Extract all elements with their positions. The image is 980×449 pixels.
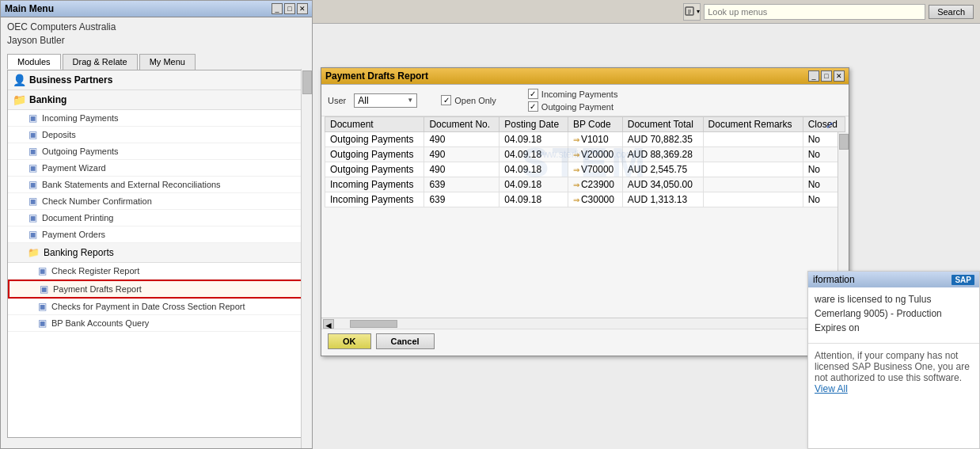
top-search-bar: ▾ Search <box>313 0 980 24</box>
col-header-closed: Closed <box>803 117 845 132</box>
table-row: Outgoing Payments 490 04.09.18 ⇒V70000 A… <box>325 162 845 177</box>
doc-icon-1: ▣ <box>27 129 38 140</box>
cell-posting-date: 04.09.18 <box>499 192 568 207</box>
payment-titlebar: Payment Drafts Report _ □ ✕ <box>321 68 849 85</box>
col-header-document: Document <box>325 117 424 132</box>
menu-item-check-register[interactable]: ▣ Check Register Report <box>8 263 305 280</box>
cancel-button[interactable]: Cancel <box>376 333 435 349</box>
payment-scroll-thumb-v <box>839 134 849 150</box>
open-only-group: Open Only <box>441 95 496 105</box>
col-header-bp-code: BP Code <box>568 117 622 132</box>
search-input[interactable] <box>704 4 925 20</box>
incoming-payments-checkbox[interactable] <box>528 89 538 99</box>
payment-table: Document Document No. Posting Date BP Co… <box>325 116 845 207</box>
search-menu-icon-btn[interactable]: ▾ <box>683 3 701 21</box>
main-menu-scrollbar[interactable] <box>301 69 312 448</box>
menu-item-payment-drafts-report[interactable]: ▣ Payment Drafts Report <box>8 280 305 299</box>
payment-content: User All ▼ Open Only Incoming Payments O… <box>321 85 849 353</box>
scroll-left-btn[interactable]: ◄ <box>323 319 334 329</box>
outgoing-payment-checkbox[interactable] <box>528 101 538 112</box>
search-button[interactable]: Search <box>929 5 974 19</box>
minimize-button[interactable]: _ <box>272 3 283 14</box>
maximize-button[interactable]: □ <box>284 3 295 14</box>
payment-window-controls: _ □ ✕ <box>808 70 845 82</box>
arrow-icon: ⇒ <box>573 166 579 174</box>
menu-item-bp-bank-accounts[interactable]: ▣ BP Bank Accounts Query <box>8 315 305 332</box>
tab-drag-relate[interactable]: Drag & Relate <box>63 54 138 70</box>
close-button[interactable]: ✕ <box>297 3 308 14</box>
payment-close-btn[interactable]: ✕ <box>834 70 845 82</box>
doc-icon-12: ▣ <box>36 318 47 329</box>
menu-item-checks-payment[interactable]: ▣ Checks for Payment in Date Cross Secti… <box>8 299 305 315</box>
menu-item-bank-statements[interactable]: ▣ Bank Statements and External Reconcili… <box>8 177 305 193</box>
table-row: Incoming Payments 639 04.09.18 ⇒C23900 A… <box>325 177 845 192</box>
arrow-icon: ⇒ <box>573 135 579 144</box>
scrollbar-thumb <box>302 70 312 94</box>
user-dropdown[interactable]: All ▼ <box>354 93 417 108</box>
menu-item-document-printing[interactable]: ▣ Document Printing <box>8 210 305 226</box>
incoming-payments-label: Incoming Payments <box>541 89 618 99</box>
info-body-text: ware is licensed to ng Tulus Cemerlang 9… <box>815 294 942 333</box>
outgoing-payment-group: Outgoing Payment <box>528 101 618 112</box>
menu-item-payment-wizard[interactable]: ▣ Payment Wizard <box>8 160 305 177</box>
section-banking-reports[interactable]: 📁 Banking Reports <box>8 243 305 263</box>
menu-item-check-number[interactable]: ▣ Check Number Confirmation <box>8 193 305 210</box>
table-row: Outgoing Payments 490 04.09.18 ⇒V20000 A… <box>325 147 845 162</box>
doc-icon-6: ▣ <box>27 212 38 223</box>
payment-maximize-btn[interactable]: □ <box>821 70 832 82</box>
info-divider <box>808 343 979 344</box>
cell-doc-total: AUD 34,050.00 <box>622 177 703 192</box>
menu-item-incoming-payments[interactable]: ▣ Incoming Payments <box>8 110 305 127</box>
cell-remarks <box>703 192 803 207</box>
cell-remarks <box>703 132 803 147</box>
tab-modules[interactable]: Modules <box>7 54 61 70</box>
cell-remarks <box>703 177 803 192</box>
company-name: OEC Computers Australia <box>7 21 306 34</box>
view-all-link[interactable]: View All <box>815 383 848 394</box>
user-field-label: User <box>328 96 346 105</box>
payment-footer: OK Cancel <box>321 329 849 353</box>
cell-remarks <box>703 162 803 177</box>
col-header-doc-total: Document Total <box>622 117 703 132</box>
doc-icon-7: ▣ <box>27 229 38 240</box>
ok-button[interactable]: OK <box>328 333 371 349</box>
cell-posting-date: 04.09.18 <box>499 177 568 192</box>
menu-item-payment-orders[interactable]: ▣ Payment Orders <box>8 226 305 243</box>
cell-posting-date: 04.09.18 <box>499 132 568 147</box>
folder-icon: 📁 <box>13 93 25 106</box>
cell-doc-total: AUD 1,313.13 <box>622 192 703 207</box>
menu-item-deposits[interactable]: ▣ Deposits <box>8 127 305 143</box>
section-business-partners[interactable]: 👤 Business Partners <box>8 70 305 90</box>
incoming-payments-group: Incoming Payments <box>528 89 618 99</box>
info-footer-text: Attention, if your company has not licen… <box>815 350 970 383</box>
banking-reports-label: Banking Reports <box>44 247 114 258</box>
arrow-icon: ⇒ <box>573 196 579 204</box>
scroll-thumb-h <box>350 320 397 328</box>
cell-doc-no: 639 <box>424 177 499 192</box>
col-header-doc-no: Document No. <box>424 117 499 132</box>
payment-minimize-btn[interactable]: _ <box>808 70 819 82</box>
cell-doc-total: AUD 70,882.35 <box>622 132 703 147</box>
section-banking[interactable]: 📁 Banking <box>8 90 305 110</box>
cell-bp-code: ⇒C23900 <box>568 177 622 192</box>
tab-my-menu[interactable]: My Menu <box>139 54 196 70</box>
cell-document: Outgoing Payments <box>325 162 424 177</box>
cell-doc-no: 639 <box>424 192 499 207</box>
payment-scrollbar-h[interactable]: ◄ ► <box>321 318 849 329</box>
expand-icon[interactable]: ⤢ <box>826 120 834 131</box>
menu-tabs: Modules Drag & Relate My Menu <box>1 51 312 70</box>
table-row: Outgoing Payments 490 04.09.18 ⇒V1010 AU… <box>325 132 845 147</box>
user-dropdown-value: All <box>358 95 368 106</box>
menu-content: 👤 Business Partners 📁 Banking ▣ Incoming… <box>7 70 306 438</box>
doc-icon-11: ▣ <box>36 301 47 312</box>
cell-document: Outgoing Payments <box>325 147 424 162</box>
cell-posting-date: 04.09.18 <box>499 147 568 162</box>
payment-window-title: Payment Drafts Report <box>325 70 428 82</box>
cell-remarks <box>703 147 803 162</box>
doc-icon-5: ▣ <box>27 196 38 207</box>
open-only-checkbox[interactable] <box>441 95 451 105</box>
doc-icon-2: ▣ <box>27 146 38 157</box>
menu-item-outgoing-payments[interactable]: ▣ Outgoing Payments <box>8 143 305 160</box>
person-icon: 👤 <box>13 74 25 86</box>
cell-posting-date: 04.09.18 <box>499 162 568 177</box>
